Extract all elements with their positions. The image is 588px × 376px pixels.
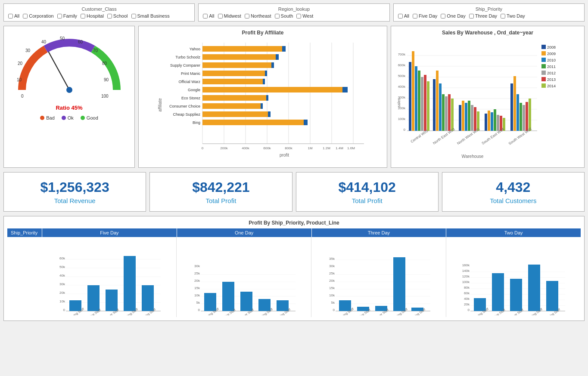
kpi-profit2-value: $414,102	[338, 179, 395, 195]
bar-bing-blue	[304, 120, 308, 125]
bottom-ship-priority-header: Ship_Priority	[7, 228, 42, 237]
region-midwest[interactable]: Midwest	[218, 13, 241, 18]
mini-two-day: 0 20k 40k 60k 80k 100k 120k 140k 160k	[446, 237, 581, 317]
svg-rect-47	[541, 58, 546, 62]
bar-print-blue	[265, 71, 267, 76]
region-west[interactable]: West	[296, 13, 313, 18]
svg-text:400k: 400k	[242, 146, 249, 150]
svg-rect-173	[546, 281, 558, 311]
svg-text:1.6M: 1.6M	[347, 146, 355, 150]
kpi-revenue-value: $1,256,323	[40, 179, 109, 195]
filter-all[interactable]: All	[8, 13, 19, 18]
svg-rect-45	[541, 51, 546, 55]
region-all[interactable]: All	[203, 13, 214, 18]
filter-hospital-checkbox[interactable]	[81, 14, 85, 18]
svg-text:0: 0	[63, 308, 65, 312]
svg-text:30: 30	[25, 48, 31, 53]
svg-text:0: 0	[202, 146, 204, 150]
bar-new03-2008	[433, 79, 436, 131]
kpi-revenue-label: Total Revenue	[54, 197, 96, 204]
svg-text:35k: 35k	[329, 257, 335, 261]
mini-five-day-svg: 0 10k 20k 30k 40k 50k 60k	[44, 238, 174, 315]
bar-cheap-blue	[268, 111, 271, 117]
filter-school[interactable]: School	[107, 13, 128, 18]
filter-all-checkbox[interactable]	[8, 14, 13, 18]
legend-ok-dot	[62, 116, 66, 120]
filter-family-checkbox[interactable]	[57, 14, 62, 18]
ship-three-day[interactable]: Three Day	[469, 13, 497, 18]
region-midwest-checkbox[interactable]	[218, 14, 223, 18]
region-northeast-checkbox[interactable]	[245, 14, 249, 18]
svg-text:80k: 80k	[464, 286, 470, 290]
kpi-row: $1,256,323 Total Revenue $842,221 Total …	[3, 172, 585, 212]
svg-text:60k: 60k	[59, 256, 65, 260]
region-all-checkbox[interactable]	[203, 14, 208, 18]
region-northeast[interactable]: Northeast	[245, 13, 271, 18]
svg-text:30k: 30k	[194, 264, 200, 268]
region-south-checkbox[interactable]	[275, 14, 280, 18]
svg-text:Bing: Bing	[193, 120, 200, 125]
ship-all-checkbox[interactable]	[398, 14, 403, 18]
bar-new03-2010	[439, 83, 442, 131]
svg-text:20k: 20k	[464, 302, 470, 306]
svg-text:200k: 200k	[398, 106, 406, 110]
ship-two-day-checkbox[interactable]	[501, 14, 505, 18]
filter-family[interactable]: Family	[57, 13, 77, 18]
filter-hospital[interactable]: Hospital	[81, 13, 104, 18]
svg-text:2013: 2013	[547, 77, 556, 82]
ship-all[interactable]: All	[398, 13, 409, 18]
ship-three-day-checkbox[interactable]	[469, 14, 474, 18]
bar-nww01-2009	[462, 101, 464, 131]
ship-one-day[interactable]: One Day	[441, 13, 465, 18]
affiliate-svg: affiliate Yahoo Turbo Schoolz	[142, 38, 383, 163]
region-west-checkbox[interactable]	[296, 14, 301, 18]
kpi-profit1: $842,221 Total Profit	[149, 172, 292, 212]
svg-text:0: 0	[468, 308, 470, 312]
svg-text:2010: 2010	[547, 58, 556, 62]
bar-sew04-2010	[491, 112, 493, 131]
svg-text:200k: 200k	[220, 146, 228, 150]
warehouse-chart-title: Sales By Warehouse , Ord_date~year	[395, 30, 581, 36]
legend-ok-label: Ok	[68, 115, 74, 120]
svg-text:60: 60	[78, 40, 83, 44]
mini-three-day-svg: 0 5k 10k 15k 20k 25k 30k 35k	[313, 238, 444, 315]
bar-print-orange	[202, 71, 265, 76]
mini-chart-area: 0 10k 20k 30k 40k 50k 60k	[42, 237, 581, 317]
kpi-profit1-value: $842,221	[192, 179, 249, 195]
region-south[interactable]: South	[275, 13, 293, 18]
filter-school-checkbox[interactable]	[107, 14, 112, 18]
affiliate-chart-title: Profit By Affiliate	[142, 30, 383, 36]
bar-new03-2013	[448, 94, 451, 131]
svg-text:10: 10	[17, 77, 22, 82]
bar-consumer-orange	[202, 103, 261, 109]
kpi-profit1-label: Total Profit	[205, 197, 236, 204]
filter-corporation-checkbox[interactable]	[23, 14, 28, 18]
svg-text:1M: 1M	[308, 146, 312, 150]
ship-five-day-checkbox[interactable]	[413, 14, 417, 18]
bottom-sections-header: Five Day One Day Three Day Two Day	[42, 228, 581, 237]
svg-rect-55	[541, 83, 546, 88]
ship-priority-title: Ship_Priority	[398, 6, 580, 12]
svg-text:30k: 30k	[329, 264, 335, 268]
svg-rect-51	[541, 71, 546, 75]
filter-small-business[interactable]: Small Business	[131, 13, 170, 18]
bar-sww02-2014	[529, 99, 531, 131]
svg-text:Eco Storez: Eco Storez	[181, 96, 201, 100]
ship-one-day-checkbox[interactable]	[441, 14, 445, 18]
ship-two-day[interactable]: Two Day	[501, 13, 525, 18]
svg-text:15k: 15k	[194, 286, 200, 290]
svg-rect-43	[541, 45, 546, 49]
gauge-chart-box: 0 10 20 30 40 50 60 70 80 90 100 Ratio	[3, 26, 135, 168]
svg-text:15k: 15k	[329, 286, 335, 290]
customer-class-items: All Corporation Family Hospital School S…	[8, 13, 190, 18]
legend-good-dot	[81, 116, 85, 120]
bar-turbo-blue	[276, 54, 279, 60]
bar-turbo-orange	[202, 54, 276, 60]
legend-ok: Ok	[62, 115, 74, 120]
svg-text:10k: 10k	[59, 299, 65, 303]
svg-text:0: 0	[404, 128, 406, 132]
svg-text:10k: 10k	[329, 293, 335, 297]
ship-five-day[interactable]: Five Day	[413, 13, 437, 18]
filter-corporation[interactable]: Corporation	[23, 13, 53, 18]
filter-small-business-checkbox[interactable]	[131, 14, 136, 18]
